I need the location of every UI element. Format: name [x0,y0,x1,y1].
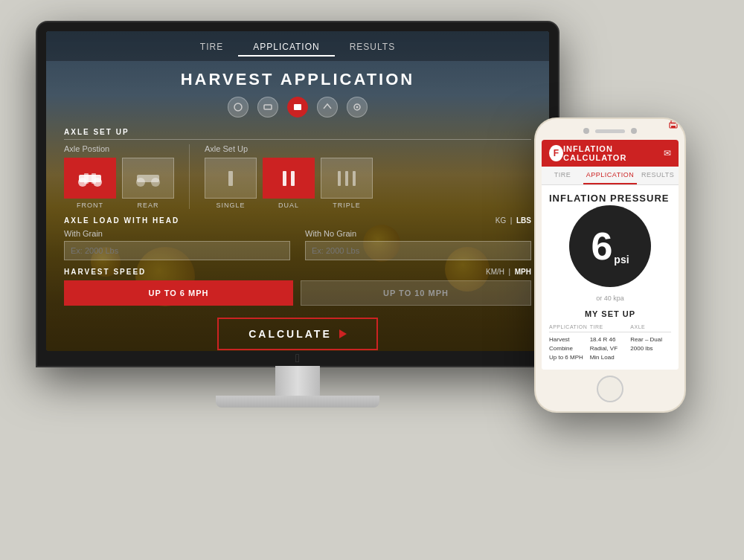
iphone-sensor-icon [631,128,637,134]
page-title: HARVEST APPLICATION [64,70,531,89]
phone-main-content: INFLATION PRESSURE 6 psi or 40 kpa [542,185,679,370]
tab-tire[interactable]: Tire [185,39,238,57]
speed-header: HARVEST SPEED KM/H | MPH [64,268,531,276]
speed-btn-10mph[interactable]: UP TO 10 MPH [301,280,531,306]
axle-setup-col: Axle Set Up SINGLE [189,144,373,209]
axle-front[interactable]: FRONT [64,158,116,209]
phone-title: INFLATION CALCULATOR [563,144,664,162]
setup-td-tire-1: Min Load [590,353,631,362]
calculate-arrow-icon [339,329,347,338]
axle-triple[interactable]: TRIPLE [321,158,373,209]
phone-tab-results[interactable]: Results [637,167,679,184]
app-icon-3[interactable] [317,97,338,118]
axle-triple-box [321,158,373,199]
pressure-value: 6 [591,227,612,265]
axle-position-col: Axle Postion [64,144,174,209]
tab-application[interactable]: Application [238,39,334,57]
calculate-button[interactable]: CALCULATE [217,318,378,350]
speed-btn-6mph[interactable]: UP TO 6 MPH [64,280,293,306]
tabs-bar: Tire Application Results [46,31,549,61]
axle-position-label: Axle Postion [64,144,174,153]
setup-table: APPLICATION TIRE AXLE Harvest Combine 18… [549,324,671,362]
setup-row-1: Up to 6 MPH Min Load [549,353,671,362]
setup-td-axle-1 [630,353,671,362]
load-section-label: AXLE LOAD WITH HEAD [64,216,179,225]
calculate-label: CALCULATE [248,328,332,340]
iphone-home-button[interactable] [597,376,623,402]
axle-setup-label: Axle Set Up [205,144,373,153]
imac-neck [275,366,320,396]
tab-results[interactable]: Results [335,39,410,57]
unit-toggle[interactable]: KG | LBS [496,216,531,225]
grain-input-group: With Grain [64,229,290,260]
setup-td-application-1: Up to 6 MPH [549,353,590,362]
speed-buttons: UP TO 6 MPH UP TO 10 MPH [64,280,531,306]
svg-point-11 [136,178,145,187]
setup-th-application: APPLICATION [549,324,590,329]
axle-front-box [64,158,116,199]
app-icon-1[interactable] [257,97,278,118]
phone-header: F INFLATION CALCULATOR ✉ [542,140,679,167]
setup-row-0: Harvest Combine 18.4 R 46 Radial, VF Rea… [549,335,671,353]
axle-position-icons: FRONT [64,158,174,209]
setup-th-tire: TIRE [590,324,631,329]
axle-rear-box [122,158,174,199]
setup-th-axle: AXLE [630,324,671,329]
imac-screen: Tire Application Results HARVEST APPLICA… [46,31,549,351]
no-grain-input[interactable] [305,241,531,260]
load-inputs: With Grain With No Grain [64,229,531,260]
axle-triple-label: TRIPLE [333,202,361,209]
load-section: AXLE LOAD WITH HEAD KG | LBS With Grain [64,216,531,260]
phone-email-icon[interactable]: ✉ [664,148,671,158]
phone-tab-application[interactable]: Application [583,167,637,184]
main-content: HARVEST APPLICATION [46,61,549,351]
axle-rear-label: REAR [137,202,158,209]
svg-point-0 [234,103,242,111]
app-icon-2-active[interactable] [287,97,308,118]
unit-lbs[interactable]: LBS [516,216,531,225]
inflation-title: INFLATION PRESSURE [549,193,670,204]
svg-rect-16 [338,171,341,186]
setup-td-tire-0: 18.4 R 46 Radial, VF [590,335,631,353]
svg-rect-18 [353,171,356,186]
apple-logo-icon:  [295,352,300,365]
setup-td-application-0: Harvest Combine [549,335,590,353]
axle-dual[interactable]: DUAL [263,158,315,209]
app-icon-4[interactable] [347,97,368,118]
svg-rect-1 [264,105,272,109]
axle-section-label: AXLE SET UP [64,128,531,140]
speed-unit-kmh[interactable]: KM/H [486,268,504,276]
axle-single[interactable]: SINGLE [205,158,257,209]
grain-input[interactable] [64,241,290,260]
pressure-circle: 6 psi [569,205,651,287]
pressure-kpa: or 40 kpa [549,295,671,302]
imac-computer: Tire Application Results HARVEST APPLICA… [37,22,558,408]
setup-td-axle-0: Rear – Dual 2000 lbs [630,335,671,353]
no-grain-label: With No Grain [305,229,531,238]
svg-rect-14 [283,171,286,186]
iphone-speaker-icon [595,129,625,133]
svg-point-12 [151,178,160,187]
svg-rect-13 [228,171,233,186]
setup-table-header: APPLICATION TIRE AXLE [549,324,671,332]
svg-rect-17 [345,171,348,186]
phone-tabs: Tire Application Results [542,167,679,185]
iphone-camera-icon [583,128,589,134]
speed-unit-toggle[interactable]: KM/H | MPH [486,268,531,276]
axle-two-col: Axle Postion [64,144,531,209]
imac-base [216,396,379,408]
unit-kg[interactable]: KG [496,216,506,225]
axle-single-box [205,158,257,199]
app-icon-0[interactable] [228,97,248,118]
axle-rear[interactable]: REAR [122,158,174,209]
grain-label: With Grain [64,229,290,238]
load-header: AXLE LOAD WITH HEAD KG | LBS [64,216,531,225]
iphone-bottom [539,370,682,405]
scene: Tire Application Results HARVEST APPLICA… [0,0,744,560]
svg-rect-15 [291,171,295,186]
speed-unit-mph[interactable]: MPH [515,268,531,276]
phone-logo: F [549,145,563,161]
calculate-btn-container: CALCULATE [64,318,531,350]
iphone-device: F INFLATION CALCULATOR ✉ Tire Applicatio… [536,119,684,411]
pressure-unit-psi: psi [614,254,629,265]
